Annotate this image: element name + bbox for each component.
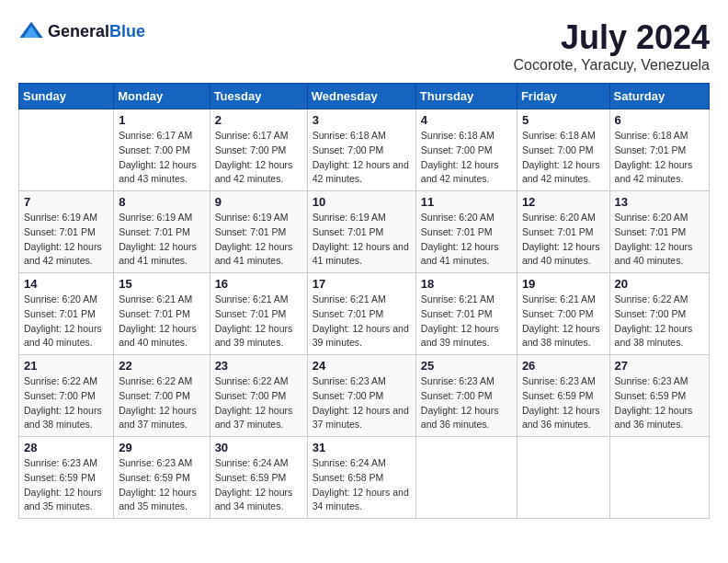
day-number: 17 [313,277,411,291]
day-number: 19 [522,277,605,291]
day-info: Sunrise: 6:18 AM Sunset: 7:00 PM Dayligh… [421,129,512,187]
sunrise-text: Sunrise: 6:21 AM [215,293,289,304]
day-info: Sunrise: 6:19 AM Sunset: 7:01 PM Dayligh… [119,211,204,269]
sunset-text: Sunset: 7:00 PM [615,308,687,319]
day-number: 16 [215,277,302,291]
sunset-text: Sunset: 7:01 PM [215,226,287,237]
day-info: Sunrise: 6:17 AM Sunset: 7:00 PM Dayligh… [215,129,302,187]
calendar-day-cell: 21 Sunrise: 6:22 AM Sunset: 7:00 PM Dayl… [19,355,114,437]
sunset-text: Sunset: 7:00 PM [215,390,287,401]
calendar-day-cell: 10 Sunrise: 6:19 AM Sunset: 7:01 PM Dayl… [307,191,415,273]
day-info: Sunrise: 6:21 AM Sunset: 7:01 PM Dayligh… [215,293,302,350]
sunrise-text: Sunrise: 6:23 AM [615,375,688,386]
title-block: July 2024 Cocorote, Yaracuy, Venezuela [514,18,710,74]
calendar-day-cell: 17 Sunrise: 6:21 AM Sunset: 7:01 PM Dayl… [307,273,415,355]
daylight-text: Daylight: 12 hours and 38 minutes. [24,405,102,431]
day-number: 28 [24,441,108,454]
day-number: 6 [615,113,704,127]
daylight-text: Daylight: 12 hours and 36 minutes. [421,405,499,431]
day-info: Sunrise: 6:22 AM Sunset: 7:00 PM Dayligh… [24,374,108,432]
calendar-day-cell: 23 Sunrise: 6:22 AM Sunset: 7:00 PM Dayl… [210,355,307,437]
calendar-day-cell: 25 Sunrise: 6:23 AM Sunset: 7:00 PM Dayl… [415,355,517,437]
calendar-day-cell: 4 Sunrise: 6:18 AM Sunset: 7:00 PM Dayli… [415,109,517,191]
daylight-text: Daylight: 12 hours and 35 minutes. [119,487,197,512]
day-info: Sunrise: 6:23 AM Sunset: 6:59 PM Dayligh… [522,374,605,432]
sunset-text: Sunset: 7:01 PM [215,308,287,319]
daylight-text: Daylight: 12 hours and 34 minutes. [215,487,293,512]
daylight-text: Daylight: 12 hours and 42 minutes. [313,159,409,185]
calendar-day-cell: 13 Sunrise: 6:20 AM Sunset: 7:01 PM Dayl… [609,191,709,273]
day-info: Sunrise: 6:19 AM Sunset: 7:01 PM Dayligh… [215,211,302,269]
calendar-day-cell: 11 Sunrise: 6:20 AM Sunset: 7:01 PM Dayl… [415,191,517,273]
day-number: 23 [215,359,302,373]
sunset-text: Sunset: 7:00 PM [215,144,287,155]
sunset-text: Sunset: 6:58 PM [313,472,384,483]
day-info: Sunrise: 6:21 AM Sunset: 7:00 PM Dayligh… [522,293,605,350]
calendar-header-row: SundayMondayTuesdayWednesdayThursdayFrid… [19,84,710,109]
sunrise-text: Sunrise: 6:22 AM [119,375,192,386]
calendar-day-cell: 12 Sunrise: 6:20 AM Sunset: 7:01 PM Dayl… [517,191,609,273]
sunset-text: Sunset: 6:59 PM [215,472,287,483]
sunset-text: Sunset: 7:00 PM [119,390,190,401]
calendar-day-cell: 5 Sunrise: 6:18 AM Sunset: 7:00 PM Dayli… [517,109,609,191]
sunrise-text: Sunrise: 6:23 AM [421,375,495,386]
sunset-text: Sunset: 6:59 PM [615,390,687,401]
day-of-week-header: Sunday [19,84,114,109]
daylight-text: Daylight: 12 hours and 39 minutes. [215,323,293,349]
calendar-week-row: 28 Sunrise: 6:23 AM Sunset: 6:59 PM Dayl… [19,437,710,519]
daylight-text: Daylight: 12 hours and 36 minutes. [615,405,693,431]
daylight-text: Daylight: 12 hours and 37 minutes. [119,405,197,431]
sunset-text: Sunset: 7:00 PM [313,390,384,401]
day-number: 29 [119,441,204,454]
day-number: 30 [215,441,302,454]
sunrise-text: Sunrise: 6:17 AM [215,130,289,141]
day-number: 20 [615,277,704,291]
daylight-text: Daylight: 12 hours and 43 minutes. [119,159,197,185]
sunrise-text: Sunrise: 6:18 AM [522,130,596,141]
day-info: Sunrise: 6:20 AM Sunset: 7:01 PM Dayligh… [421,211,512,269]
calendar-day-cell: 30 Sunrise: 6:24 AM Sunset: 6:59 PM Dayl… [210,437,307,519]
calendar-body: 1 Sunrise: 6:17 AM Sunset: 7:00 PM Dayli… [19,109,710,519]
sunset-text: Sunset: 7:01 PM [313,308,384,319]
day-number: 8 [119,195,204,209]
calendar-day-cell: 26 Sunrise: 6:23 AM Sunset: 6:59 PM Dayl… [517,355,609,437]
day-number: 9 [215,195,302,209]
day-info: Sunrise: 6:21 AM Sunset: 7:01 PM Dayligh… [119,293,204,350]
daylight-text: Daylight: 12 hours and 42 minutes. [421,159,499,185]
calendar-day-cell: 22 Sunrise: 6:22 AM Sunset: 7:00 PM Dayl… [114,355,210,437]
sunset-text: Sunset: 6:59 PM [119,472,190,483]
page-header: GeneralBlue July 2024 Cocorote, Yaracuy,… [18,18,710,74]
sunrise-text: Sunrise: 6:19 AM [313,212,386,223]
calendar-day-cell: 9 Sunrise: 6:19 AM Sunset: 7:01 PM Dayli… [210,191,307,273]
day-info: Sunrise: 6:20 AM Sunset: 7:01 PM Dayligh… [522,211,605,269]
day-info: Sunrise: 6:18 AM Sunset: 7:00 PM Dayligh… [313,129,411,187]
day-number: 15 [119,277,204,291]
daylight-text: Daylight: 12 hours and 38 minutes. [522,323,600,349]
sunset-text: Sunset: 7:00 PM [522,144,594,155]
day-number: 25 [421,359,512,373]
sunset-text: Sunset: 7:01 PM [615,144,687,155]
sunrise-text: Sunrise: 6:19 AM [215,212,289,223]
sunrise-text: Sunrise: 6:21 AM [119,293,192,304]
sunrise-text: Sunrise: 6:20 AM [522,212,596,223]
sunrise-text: Sunrise: 6:20 AM [421,212,495,223]
calendar-day-cell: 19 Sunrise: 6:21 AM Sunset: 7:00 PM Dayl… [517,273,609,355]
sunset-text: Sunset: 7:00 PM [313,144,384,155]
calendar-day-cell: 1 Sunrise: 6:17 AM Sunset: 7:00 PM Dayli… [114,109,210,191]
day-number: 13 [615,195,704,209]
calendar-day-cell [415,437,517,519]
day-info: Sunrise: 6:19 AM Sunset: 7:01 PM Dayligh… [24,211,108,269]
daylight-text: Daylight: 12 hours and 42 minutes. [615,159,693,185]
sunrise-text: Sunrise: 6:18 AM [313,130,386,141]
sunset-text: Sunset: 7:01 PM [24,308,96,319]
sunset-text: Sunset: 7:00 PM [522,308,594,319]
sunrise-text: Sunrise: 6:23 AM [522,375,596,386]
sunrise-text: Sunrise: 6:19 AM [119,212,192,223]
daylight-text: Daylight: 12 hours and 40 minutes. [119,323,197,349]
day-info: Sunrise: 6:17 AM Sunset: 7:00 PM Dayligh… [119,129,204,187]
daylight-text: Daylight: 12 hours and 42 minutes. [522,159,600,185]
day-info: Sunrise: 6:20 AM Sunset: 7:01 PM Dayligh… [24,293,108,350]
calendar-day-cell: 3 Sunrise: 6:18 AM Sunset: 7:00 PM Dayli… [307,109,415,191]
sunset-text: Sunset: 7:01 PM [313,226,384,237]
daylight-text: Daylight: 12 hours and 40 minutes. [615,241,693,267]
